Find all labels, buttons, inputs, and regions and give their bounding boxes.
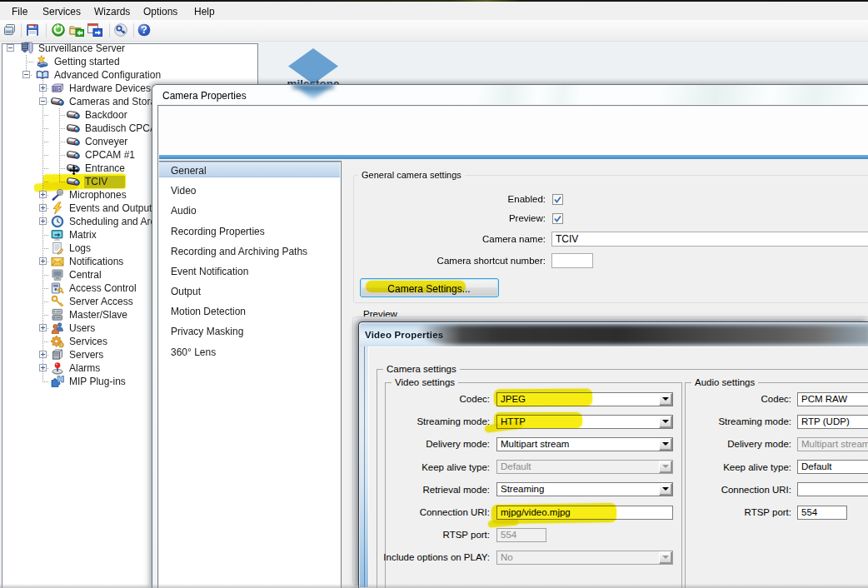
svg-text:?: ?: [141, 23, 147, 36]
